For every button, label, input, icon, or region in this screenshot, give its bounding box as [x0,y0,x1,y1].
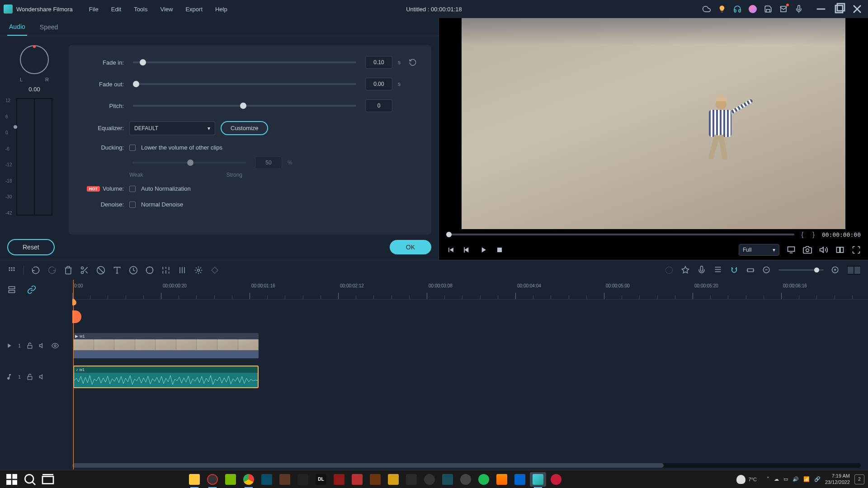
mute-icon[interactable] [39,342,46,349]
zoom-in-icon[interactable] [831,266,840,275]
taskbar-app-filmora[interactable] [530,472,546,487]
duration-icon[interactable] [145,266,154,275]
start-button[interactable] [4,472,20,487]
fit-icon[interactable] [746,266,755,275]
denoise-checkbox[interactable] [129,202,136,208]
fade-out-slider[interactable] [133,83,356,85]
snapshot-icon[interactable] [803,245,812,254]
taskbar-app[interactable] [458,472,474,487]
headphones-icon[interactable] [733,5,741,13]
notification-center-button[interactable]: 2 [854,474,864,484]
playhead[interactable] [73,280,74,469]
tray-network-icon[interactable]: 📶 [803,476,810,482]
audio-clip[interactable]: ♪w1 [73,366,259,388]
display-icon[interactable] [787,245,796,254]
timeline-scrollbar[interactable] [72,463,861,468]
taskbar-app-explorer[interactable] [186,472,203,487]
crop-icon[interactable] [96,266,105,275]
zoom-slider[interactable] [778,269,824,271]
timeline-ruler[interactable]: 0:0000:00:00:2000:00:01:1600:00:02:1200:… [72,280,868,300]
fade-in-slider[interactable] [133,61,356,63]
tray-connection-icon[interactable]: 🔗 [814,476,821,482]
weather-widget[interactable]: 7°C [736,475,756,484]
color-icon[interactable] [178,266,187,275]
scrubber-track[interactable] [446,234,794,235]
zoom-out-icon[interactable] [762,266,771,275]
menu-export[interactable]: Export [180,3,208,15]
save-icon[interactable] [764,5,772,13]
notification-icon[interactable] [779,5,788,13]
voiceover-icon[interactable] [697,266,706,275]
tab-speed[interactable]: Speed [38,19,60,35]
auto-normalization-checkbox[interactable] [129,186,136,192]
text-icon[interactable] [113,266,122,275]
taskbar-app[interactable] [439,472,456,487]
magnetic-icon[interactable] [730,266,739,275]
menu-help[interactable]: Help [210,3,233,15]
render-icon[interactable] [665,266,674,275]
timeline-layers-icon[interactable] [7,285,16,294]
volume-icon[interactable] [819,245,828,254]
lock-icon[interactable] [26,342,33,349]
microphone-icon[interactable] [795,5,803,13]
avatar-icon[interactable] [749,5,757,13]
taskbar-app[interactable] [548,472,564,487]
taskbar-app-spotify[interactable] [476,472,492,487]
taskbar-clock[interactable]: 7:19 AM 23/12/2022 [825,473,850,485]
stop-button[interactable] [495,245,504,254]
taskbar-app[interactable] [331,472,347,487]
task-view-button[interactable] [40,472,56,487]
taskbar-app[interactable] [385,472,401,487]
minimize-button[interactable] [814,2,828,16]
tab-audio[interactable]: Audio [7,19,27,36]
link-icon[interactable] [27,285,36,294]
taskbar-app[interactable] [367,472,383,487]
mark-in-icon[interactable]: { [800,231,806,238]
taskbar-app-chrome[interactable] [241,472,257,487]
fade-in-reset-icon[interactable] [409,58,417,66]
fade-out-input[interactable] [365,78,392,90]
maximize-button[interactable] [832,2,846,16]
equalizer-select[interactable]: DEFAULT▾ [129,122,215,135]
quality-select[interactable]: Full▾ [739,244,779,256]
menu-tools[interactable]: Tools [128,3,153,15]
tray-chevron-icon[interactable]: ˄ [767,476,769,482]
taskbar-app[interactable] [421,472,438,487]
preview-viewport[interactable] [462,18,845,229]
pitch-slider[interactable] [133,105,356,107]
mute-icon[interactable] [39,373,46,380]
track-size-icon[interactable] [847,266,861,275]
lightbulb-icon[interactable] [718,5,726,13]
taskbar-app-nvidia[interactable] [222,472,239,487]
menu-edit[interactable]: Edit [106,3,127,15]
tray-battery-icon[interactable]: ▭ [783,476,788,482]
undo-icon[interactable] [31,266,40,275]
taskbar-app[interactable] [512,472,528,487]
taskbar-app[interactable]: DL [313,472,329,487]
split-icon[interactable] [80,266,89,275]
taskbar-app-vlc[interactable] [494,472,510,487]
taskbar-app[interactable] [277,472,293,487]
taskbar-app[interactable] [295,472,311,487]
ducking-slider[interactable] [133,162,246,164]
close-button[interactable] [850,2,864,16]
redo-icon[interactable] [47,266,57,275]
compare-icon[interactable] [835,245,844,254]
customize-button[interactable]: Customize [221,121,268,135]
play-backward-button[interactable] [462,245,472,254]
fade-in-input[interactable] [365,56,392,69]
visibility-icon[interactable] [52,342,59,349]
tray-volume-icon[interactable]: 🔊 [793,476,799,482]
marker-icon[interactable] [681,266,690,275]
prev-frame-button[interactable] [446,245,455,254]
adjust-icon[interactable] [161,266,170,275]
reset-button[interactable]: Reset [7,239,55,255]
menu-file[interactable]: File [84,3,104,15]
grid-icon[interactable] [7,266,16,275]
speed-icon[interactable] [129,266,138,275]
delete-icon[interactable] [64,266,73,275]
pitch-input[interactable] [365,99,392,112]
tray-onedrive-icon[interactable]: ☁ [774,476,779,482]
taskbar-app[interactable] [259,472,275,487]
marker-handle[interactable] [72,310,81,323]
